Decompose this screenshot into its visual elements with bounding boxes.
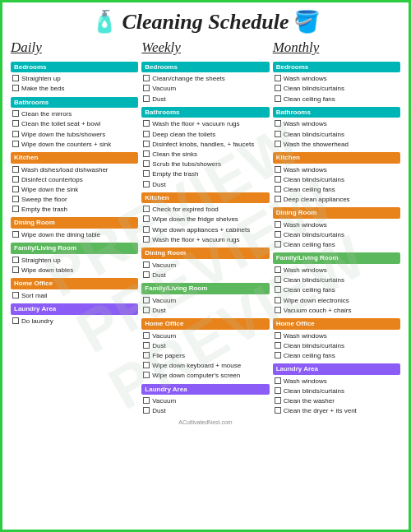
checkbox[interactable]	[275, 332, 281, 339]
checkbox[interactable]	[12, 292, 19, 298]
list-item: Make the beds	[11, 84, 138, 93]
item-label: Clean blinds/curtains	[284, 230, 344, 239]
checkbox[interactable]	[275, 286, 281, 293]
checkbox[interactable]	[275, 196, 281, 202]
checkbox[interactable]	[12, 85, 19, 91]
checkbox[interactable]	[143, 85, 150, 91]
checkbox[interactable]	[143, 95, 150, 102]
checkbox[interactable]	[12, 176, 19, 183]
checkbox[interactable]	[275, 131, 281, 137]
section-header-1-3: Dining Room	[141, 247, 269, 259]
checkbox[interactable]	[12, 166, 19, 173]
item-label: Clean blinds/curtains	[284, 130, 344, 139]
column-1: WeeklyBedroomsClean/change the sheetsVac…	[141, 38, 269, 416]
checkbox[interactable]	[143, 236, 150, 243]
col-title-0: Daily	[11, 38, 138, 58]
checkbox[interactable]	[143, 181, 150, 187]
item-label: Disinfect countertops	[21, 175, 83, 184]
item-label: Wipe down the dining table	[21, 230, 100, 239]
checkbox[interactable]	[275, 377, 281, 384]
checkbox[interactable]	[12, 120, 19, 127]
section-header-0-5: Home Office	[11, 278, 138, 289]
checkbox[interactable]	[12, 141, 19, 147]
item-label: Wash windows	[284, 220, 327, 229]
list-item: Deep clean the toilets	[141, 130, 269, 139]
section-header-1-5: Home Office	[141, 318, 269, 330]
checkbox[interactable]	[275, 397, 281, 404]
checkbox[interactable]	[275, 297, 281, 303]
checkbox[interactable]	[143, 297, 150, 303]
checkbox[interactable]	[143, 170, 150, 177]
list-item: Wipe down appliances + cabinets	[141, 225, 269, 234]
checkbox[interactable]	[143, 131, 150, 137]
list-item: Wipe down the sink	[11, 185, 138, 194]
checkbox[interactable]	[143, 397, 150, 404]
checkbox[interactable]	[12, 317, 19, 324]
checkbox[interactable]	[143, 271, 150, 278]
checkbox[interactable]	[143, 332, 150, 339]
checkbox[interactable]	[12, 186, 19, 192]
checkbox[interactable]	[143, 407, 150, 414]
checkbox[interactable]	[12, 257, 19, 263]
checkbox[interactable]	[143, 342, 150, 349]
checkbox[interactable]	[143, 120, 150, 127]
item-label: Sweep the floor	[21, 195, 67, 204]
checkbox[interactable]	[275, 176, 281, 183]
checkbox[interactable]	[143, 75, 150, 81]
checkbox[interactable]	[275, 342, 281, 349]
checkbox[interactable]	[143, 372, 150, 378]
checkbox[interactable]	[275, 221, 281, 228]
checkbox[interactable]	[12, 231, 19, 238]
checkbox[interactable]	[143, 352, 150, 359]
item-label: Sort mail	[21, 291, 48, 300]
section-header-0-3: Dining Room	[11, 217, 138, 229]
checkbox[interactable]	[275, 120, 281, 127]
checkbox[interactable]	[12, 196, 19, 202]
checkbox[interactable]	[143, 206, 150, 212]
checkbox[interactable]	[275, 387, 281, 394]
checkbox[interactable]	[143, 150, 150, 157]
checkbox[interactable]	[143, 226, 150, 233]
checkbox[interactable]	[275, 266, 281, 273]
checkbox[interactable]	[12, 75, 19, 81]
list-item: Disinfect knobs, handles, + faucets	[141, 140, 269, 149]
checkbox[interactable]	[275, 276, 281, 283]
item-label: Clean/change the sheets	[152, 74, 225, 83]
item-label: Dust	[152, 180, 165, 189]
list-item: Wash the floor + vacuum rugs	[141, 235, 269, 244]
checkbox[interactable]	[275, 307, 281, 313]
checkbox[interactable]	[275, 407, 281, 414]
checkbox[interactable]	[275, 75, 281, 81]
column-0: DailyBedroomsStraighten upMake the bedsB…	[11, 38, 138, 416]
checkbox[interactable]	[12, 110, 19, 117]
checkbox[interactable]	[143, 141, 150, 147]
checkbox[interactable]	[143, 215, 150, 222]
checkbox[interactable]	[143, 160, 150, 167]
checkbox[interactable]	[275, 141, 281, 147]
checkbox[interactable]	[275, 186, 281, 192]
checkbox[interactable]	[143, 307, 150, 313]
section-header-2-0: Bedrooms	[273, 62, 400, 73]
list-item: Wipe down the fridge shelves	[141, 215, 269, 224]
checkbox[interactable]	[275, 241, 281, 247]
list-item: Vacuum	[141, 296, 269, 305]
checkbox[interactable]	[143, 261, 150, 268]
checkbox[interactable]	[12, 266, 19, 273]
checkbox[interactable]	[275, 166, 281, 173]
col-title-2: Monthly	[273, 38, 400, 58]
spray-bottle-icon: 🧴	[91, 9, 118, 35]
list-item: Wash dishes/load dishwasher	[11, 165, 138, 174]
checkbox[interactable]	[12, 131, 19, 137]
item-label: Wash windows	[284, 165, 327, 174]
checkbox[interactable]	[275, 95, 281, 102]
page: PREVIEWPREVIEWPREVIEW 🧴 Cleaning Schedul…	[0, 0, 411, 532]
checkbox[interactable]	[275, 231, 281, 238]
checkbox[interactable]	[12, 206, 19, 212]
list-item: Clean the toilet seat + bowl	[11, 119, 138, 128]
item-label: Wash windows	[284, 377, 327, 386]
checkbox[interactable]	[143, 362, 150, 368]
checkbox[interactable]	[275, 85, 281, 91]
item-label: Clean the washer	[284, 396, 335, 405]
section-header-0-6: Laundry Area	[11, 303, 138, 315]
checkbox[interactable]	[275, 352, 281, 359]
